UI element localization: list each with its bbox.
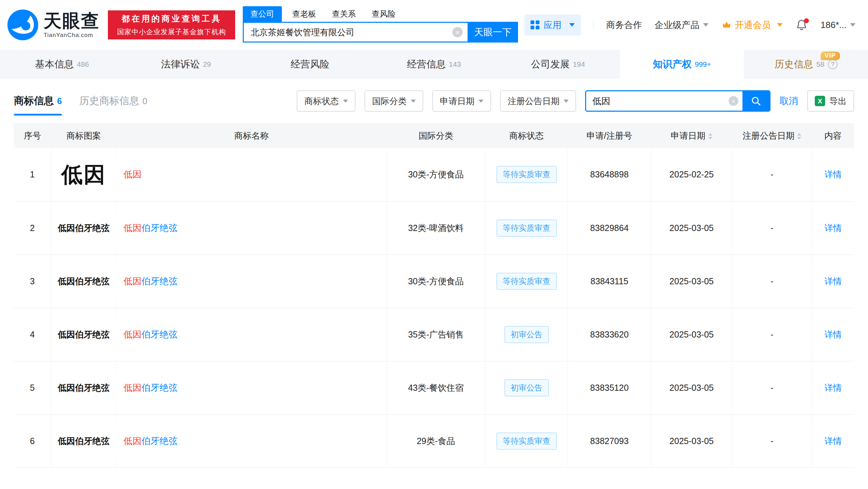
enterprise-label: 企业级产品 [655,19,700,31]
tab-company-development[interactable]: 公司发展194 [496,50,620,79]
registration-date-cell: - [732,308,812,361]
tab-count: 486 [77,60,89,68]
clear-icon[interactable]: × [452,27,463,37]
trademark-name-link[interactable]: 低因伯牙绝弦 [123,223,177,233]
subtab-trademark-info[interactable]: 商标信息6 [14,79,62,123]
trademark-image-cell: 低因 [51,148,116,201]
search-input-wrap: × [243,22,468,43]
detail-link[interactable]: 详情 [824,169,842,179]
user-account[interactable]: 186*... [821,20,856,30]
chevron-down-icon [703,23,709,27]
trademark-image-cell: 低因伯牙绝弦 [51,414,116,468]
column-label: 国际分类 [418,131,453,140]
detail-link[interactable]: 详情 [824,276,842,286]
column-header-seq: 序号 [14,123,51,148]
banner-line1: 都在用的商业查询工具 [121,13,222,24]
trademark-name-cell: 低因伯牙绝弦 [117,361,387,414]
search-tab-company[interactable]: 查公司 [243,6,282,22]
status-cell: 等待实质审查 [485,148,568,201]
filter-intl-class[interactable]: 国际分类 [364,90,423,112]
detail-link[interactable]: 详情 [824,223,842,233]
banner-line2: 国家中小企业发展子基金旗下机构 [117,27,226,37]
status-badge: 等待实质审查 [497,273,557,290]
apps-menu[interactable]: 应用 [524,15,581,36]
intl-class-cell: 43类-餐饮住宿 [387,361,486,414]
trademark-name-link[interactable]: 低因伯牙绝弦 [123,436,177,446]
export-button[interactable]: X 导出 [807,90,854,112]
keyword-input[interactable] [586,96,729,107]
tab-legal-proceedings[interactable]: 法律诉讼29 [124,50,248,79]
tab-count: 143 [449,60,461,68]
nav-enterprise-products[interactable]: 企业级产品 [655,19,709,31]
trademark-image: 低因 [61,163,106,186]
sort-icon[interactable] [797,133,801,139]
application-number-cell: 83843115 [568,255,651,308]
application-date-cell: 2025-03-05 [651,414,732,468]
chevron-down-icon [850,23,856,27]
detail-link[interactable]: 详情 [824,330,842,339]
notifications-bell[interactable] [795,18,808,31]
content-cell: 详情 [812,308,854,361]
name-rest: 伯牙绝弦 [141,382,177,393]
column-label: 商标名称 [234,131,269,140]
tab-business-info[interactable]: 经营信息143 [372,50,496,79]
column-header-registration-announce-date[interactable]: 注册公告日期 [732,123,812,148]
trademark-image-cell: 低因伯牙绝弦 [51,255,116,308]
chevron-down-icon [569,23,575,27]
export-label: 导出 [829,95,847,107]
tab-intellectual-property[interactable]: 知识产权999+ [620,50,744,79]
trademark-name-cell: 低因伯牙绝弦 [117,414,387,468]
trademark-name-cell: 低因伯牙绝弦 [117,255,387,308]
filter-reg-announce-date[interactable]: 注册公告日期 [500,90,576,112]
table-row: 6低因伯牙绝弦低因伯牙绝弦29类-食品等待实质审查838270932025-03… [14,414,854,468]
filter-label: 申请日期 [440,95,474,107]
trademark-name-link[interactable]: 低因伯牙绝弦 [123,382,177,393]
application-date-cell: 2025-03-05 [651,308,732,361]
company-search-input[interactable] [251,27,452,37]
subtab-history-trademark-info[interactable]: 历史商标信息0 [79,79,147,123]
tab-history-info[interactable]: VIP历史信息58? [744,50,868,79]
trademark-name-link[interactable]: 低因 [123,169,141,179]
content-cell: 详情 [812,361,854,414]
table-header-row: 序号商标图案商标名称国际分类商标状态申请/注册号申请日期注册公告日期内容 [14,123,854,148]
clear-keyword-icon[interactable]: × [729,96,738,106]
tianyancha-logo[interactable]: 天眼查 TianYanCha.com [7,9,100,41]
column-label: 商标状态 [509,131,544,140]
nav-open-vip[interactable]: 开通会员 [721,19,783,31]
trademark-name-link[interactable]: 低因伯牙绝弦 [123,276,177,286]
nav-business-cooperation[interactable]: 商务合作 [606,19,642,31]
search-tab-boss[interactable]: 查老板 [292,6,316,22]
detail-link[interactable]: 详情 [824,383,842,393]
chevron-down-icon [777,23,783,27]
content-cell: 详情 [812,414,854,468]
status-badge: 初审公告 [505,379,549,396]
row-number: 3 [14,255,51,308]
filter-apply-date[interactable]: 申请日期 [432,90,491,112]
search-tab-risk[interactable]: 查风险 [372,6,396,22]
name-highlight: 低因 [123,382,141,393]
column-header-trademark-image: 商标图案 [51,123,116,148]
cancel-link[interactable]: 取消 [779,95,798,107]
sort-icon[interactable] [708,133,712,139]
column-header-trademark-status: 商标状态 [485,123,568,148]
promo-banner: 都在用的商业查询工具 国家中小企业发展子基金旗下机构 [108,10,235,39]
subtab-label: 商标信息 [14,94,54,108]
detail-link[interactable]: 详情 [824,436,842,446]
tab-business-risk[interactable]: 经营风险 [248,50,372,79]
content-cell: 详情 [812,255,854,308]
trademark-name-link[interactable]: 低因伯牙绝弦 [123,329,177,340]
trademark-image: 低因伯牙绝弦 [58,436,110,446]
chevron-down-icon [343,100,348,103]
search-tab-relation[interactable]: 查关系 [332,6,356,22]
crown-icon [721,19,732,30]
tab-basic-info[interactable]: 基本信息486 [0,50,124,79]
column-header-application-date[interactable]: 申请日期 [651,123,732,148]
subtab-label: 历史商标信息 [79,94,139,108]
sort-down-arrow [708,137,712,139]
name-highlight: 低因 [123,223,141,233]
search-button[interactable]: 天眼一下 [468,22,518,43]
filter-trademark-status[interactable]: 商标状态 [297,90,355,112]
column-label: 序号 [24,131,41,140]
keyword-search-button[interactable] [742,91,769,111]
help-icon[interactable]: ? [828,59,838,69]
